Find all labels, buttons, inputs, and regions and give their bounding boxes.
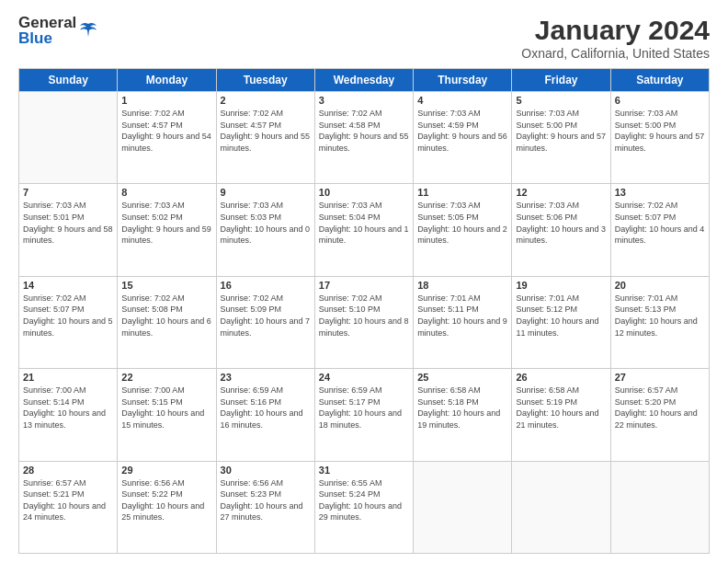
cell-info: Sunrise: 7:02 AMSunset: 4:57 PMDaylight:…	[121, 108, 211, 154]
title-block: January 2024 Oxnard, California, United …	[521, 15, 710, 61]
cell-info: Sunrise: 7:03 AMSunset: 5:03 PMDaylight:…	[221, 200, 311, 246]
day-number: 16	[221, 280, 311, 291]
calendar-cell: 2Sunrise: 7:02 AMSunset: 4:57 PMDaylight…	[216, 92, 314, 184]
day-number: 20	[615, 280, 705, 291]
header-friday: Friday	[512, 69, 610, 92]
calendar-cell: 20Sunrise: 7:01 AMSunset: 5:13 PMDayligh…	[610, 276, 709, 368]
calendar-cell: 11Sunrise: 7:03 AMSunset: 5:05 PMDayligh…	[414, 184, 512, 276]
cell-info: Sunrise: 7:02 AMSunset: 4:57 PMDaylight:…	[221, 108, 311, 154]
cell-info: Sunrise: 6:57 AMSunset: 5:20 PMDaylight:…	[615, 385, 705, 431]
calendar-cell: 23Sunrise: 6:59 AMSunset: 5:16 PMDayligh…	[216, 369, 314, 461]
day-number: 18	[417, 280, 507, 291]
header-wednesday: Wednesday	[314, 69, 413, 92]
cell-info: Sunrise: 6:55 AMSunset: 5:24 PMDaylight:…	[319, 477, 409, 523]
week-row-3: 21Sunrise: 7:00 AMSunset: 5:14 PMDayligh…	[19, 369, 710, 461]
day-number: 25	[417, 372, 507, 383]
day-number: 27	[615, 372, 705, 383]
week-row-4: 28Sunrise: 6:57 AMSunset: 5:21 PMDayligh…	[19, 461, 710, 553]
calendar-cell: 3Sunrise: 7:02 AMSunset: 4:58 PMDaylight…	[314, 92, 413, 184]
cell-info: Sunrise: 7:03 AMSunset: 5:04 PMDaylight:…	[319, 200, 409, 246]
calendar-cell: 26Sunrise: 6:58 AMSunset: 5:19 PMDayligh…	[512, 369, 610, 461]
cell-info: Sunrise: 7:03 AMSunset: 5:01 PMDaylight:…	[23, 200, 113, 246]
calendar-cell: 30Sunrise: 6:56 AMSunset: 5:23 PMDayligh…	[216, 461, 314, 553]
page: General Blue January 2024 Oxnard, Califo…	[0, 0, 728, 563]
calendar-cell: 10Sunrise: 7:03 AMSunset: 5:04 PMDayligh…	[314, 184, 413, 276]
cell-info: Sunrise: 7:03 AMSunset: 5:05 PMDaylight:…	[417, 200, 507, 246]
cell-info: Sunrise: 7:03 AMSunset: 5:06 PMDaylight:…	[516, 200, 606, 246]
cell-info: Sunrise: 7:02 AMSunset: 5:08 PMDaylight:…	[121, 293, 211, 339]
day-number: 10	[319, 187, 409, 198]
day-number: 11	[417, 187, 507, 198]
cell-info: Sunrise: 6:59 AMSunset: 5:17 PMDaylight:…	[319, 385, 409, 431]
calendar-cell: 17Sunrise: 7:02 AMSunset: 5:10 PMDayligh…	[314, 276, 413, 368]
cell-info: Sunrise: 7:03 AMSunset: 5:02 PMDaylight:…	[121, 200, 211, 246]
cell-info: Sunrise: 7:03 AMSunset: 5:00 PMDaylight:…	[615, 108, 705, 154]
cell-info: Sunrise: 6:58 AMSunset: 5:18 PMDaylight:…	[417, 385, 507, 431]
calendar-subtitle: Oxnard, California, United States	[521, 46, 710, 61]
calendar-cell	[610, 461, 709, 553]
calendar-cell: 29Sunrise: 6:56 AMSunset: 5:22 PMDayligh…	[118, 461, 216, 553]
day-number: 17	[319, 280, 409, 291]
calendar-cell: 18Sunrise: 7:01 AMSunset: 5:11 PMDayligh…	[414, 276, 512, 368]
calendar-cell: 7Sunrise: 7:03 AMSunset: 5:01 PMDaylight…	[19, 184, 118, 276]
calendar-cell: 6Sunrise: 7:03 AMSunset: 5:00 PMDaylight…	[610, 92, 709, 184]
calendar-cell: 13Sunrise: 7:02 AMSunset: 5:07 PMDayligh…	[610, 184, 709, 276]
cell-info: Sunrise: 7:02 AMSunset: 5:07 PMDaylight:…	[23, 293, 113, 339]
calendar-cell: 16Sunrise: 7:02 AMSunset: 5:09 PMDayligh…	[216, 276, 314, 368]
logo-general: General	[18, 15, 76, 30]
cell-info: Sunrise: 7:01 AMSunset: 5:11 PMDaylight:…	[417, 293, 507, 339]
day-number: 21	[23, 372, 113, 383]
calendar-cell: 21Sunrise: 7:00 AMSunset: 5:14 PMDayligh…	[19, 369, 118, 461]
day-number: 12	[516, 187, 606, 198]
calendar-cell	[19, 92, 118, 184]
day-number: 13	[615, 187, 705, 198]
calendar-cell: 4Sunrise: 7:03 AMSunset: 4:59 PMDaylight…	[414, 92, 512, 184]
cell-info: Sunrise: 6:56 AMSunset: 5:22 PMDaylight:…	[121, 477, 211, 523]
day-number: 6	[615, 95, 705, 106]
header-thursday: Thursday	[414, 69, 512, 92]
cell-info: Sunrise: 7:03 AMSunset: 4:59 PMDaylight:…	[417, 108, 507, 154]
day-number: 23	[221, 372, 311, 383]
header-saturday: Saturday	[610, 69, 709, 92]
weekday-header-row: Sunday Monday Tuesday Wednesday Thursday…	[19, 69, 710, 92]
calendar-cell	[512, 461, 610, 553]
day-number: 31	[319, 465, 409, 476]
cell-info: Sunrise: 6:59 AMSunset: 5:16 PMDaylight:…	[221, 385, 311, 431]
cell-info: Sunrise: 7:02 AMSunset: 5:07 PMDaylight:…	[615, 200, 705, 246]
calendar-cell: 25Sunrise: 6:58 AMSunset: 5:18 PMDayligh…	[414, 369, 512, 461]
cell-info: Sunrise: 6:56 AMSunset: 5:23 PMDaylight:…	[221, 477, 311, 523]
day-number: 3	[319, 95, 409, 106]
calendar-cell: 15Sunrise: 7:02 AMSunset: 5:08 PMDayligh…	[118, 276, 216, 368]
calendar-cell: 5Sunrise: 7:03 AMSunset: 5:00 PMDaylight…	[512, 92, 610, 184]
week-row-0: 1Sunrise: 7:02 AMSunset: 4:57 PMDaylight…	[19, 92, 710, 184]
day-number: 7	[23, 187, 113, 198]
cell-info: Sunrise: 7:02 AMSunset: 4:58 PMDaylight:…	[319, 108, 409, 154]
calendar-cell: 9Sunrise: 7:03 AMSunset: 5:03 PMDaylight…	[216, 184, 314, 276]
calendar-cell: 8Sunrise: 7:03 AMSunset: 5:02 PMDaylight…	[118, 184, 216, 276]
calendar-cell: 31Sunrise: 6:55 AMSunset: 5:24 PMDayligh…	[314, 461, 413, 553]
day-number: 2	[221, 95, 311, 106]
day-number: 29	[121, 465, 211, 476]
calendar-cell: 19Sunrise: 7:01 AMSunset: 5:12 PMDayligh…	[512, 276, 610, 368]
logo-bird-icon	[78, 20, 98, 40]
calendar-title: January 2024	[521, 15, 710, 46]
day-number: 14	[23, 280, 113, 291]
week-row-1: 7Sunrise: 7:03 AMSunset: 5:01 PMDaylight…	[19, 184, 710, 276]
calendar-cell: 12Sunrise: 7:03 AMSunset: 5:06 PMDayligh…	[512, 184, 610, 276]
day-number: 4	[417, 95, 507, 106]
day-number: 24	[319, 372, 409, 383]
calendar-cell: 27Sunrise: 6:57 AMSunset: 5:20 PMDayligh…	[610, 369, 709, 461]
day-number: 28	[23, 465, 113, 476]
header-monday: Monday	[118, 69, 216, 92]
week-row-2: 14Sunrise: 7:02 AMSunset: 5:07 PMDayligh…	[19, 276, 710, 368]
day-number: 15	[121, 280, 211, 291]
day-number: 26	[516, 372, 606, 383]
day-number: 19	[516, 280, 606, 291]
cell-info: Sunrise: 7:01 AMSunset: 5:13 PMDaylight:…	[615, 293, 705, 339]
cell-info: Sunrise: 7:00 AMSunset: 5:15 PMDaylight:…	[121, 385, 211, 431]
cell-info: Sunrise: 6:57 AMSunset: 5:21 PMDaylight:…	[23, 477, 113, 523]
header-tuesday: Tuesday	[216, 69, 314, 92]
header-sunday: Sunday	[19, 69, 118, 92]
day-number: 8	[121, 187, 211, 198]
cell-info: Sunrise: 7:00 AMSunset: 5:14 PMDaylight:…	[23, 385, 113, 431]
